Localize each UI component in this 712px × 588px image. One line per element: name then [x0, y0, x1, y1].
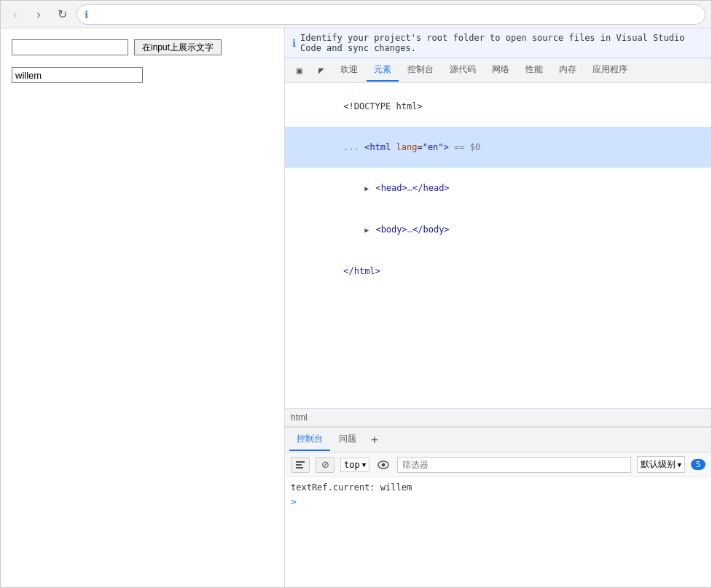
tab-application[interactable]: 应用程序 — [585, 59, 635, 82]
svg-rect-1 — [296, 464, 302, 466]
console-tab-console[interactable]: 控制台 — [289, 428, 330, 451]
svg-point-4 — [382, 463, 386, 466]
html-line-doctype: <!DOCTYPE html> — [285, 86, 711, 127]
console-area: 控制台 问题 + ⊘ — [285, 427, 711, 587]
svg-rect-0 — [296, 461, 305, 463]
html-line-head[interactable]: ▶ <head>…</head> — [285, 168, 711, 209]
dropdown-arrow-icon: ▼ — [362, 461, 366, 469]
devtools-breadcrumb: html — [285, 408, 711, 427]
html-line-html-close: </html> — [285, 251, 711, 291]
svg-rect-2 — [296, 467, 303, 469]
breadcrumb-text[interactable]: html — [291, 412, 308, 423]
console-output: textRef.current: willem > — [285, 477, 711, 587]
address-bar: ℹ localhost:3000 — [77, 4, 705, 25]
elements-panel: <!DOCTYPE html> ... <html lang="en"> == … — [285, 83, 711, 408]
console-toolbar: ⊘ top ▼ 默认级别 ▼ — [285, 452, 711, 477]
tab-performance[interactable]: 性能 — [518, 59, 550, 82]
infobar-text: Identify your project's root folder to o… — [300, 33, 704, 53]
browser-window: ‹ › ↻ ℹ localhost:3000 在input上展示文字 ℹ Ide… — [0, 0, 712, 588]
tab-memory[interactable]: 内存 — [552, 59, 584, 82]
clear-console-button[interactable] — [291, 457, 310, 473]
log-level-selector[interactable]: 默认级别 ▼ — [637, 456, 685, 473]
tab-network[interactable]: 网络 — [485, 59, 517, 82]
device-icon[interactable]: ◤ — [311, 60, 332, 81]
back-button[interactable]: ‹ — [7, 6, 24, 23]
infobar-icon: ℹ — [292, 37, 296, 49]
tab-welcome[interactable]: 欢迎 — [333, 59, 365, 82]
add-tab-button[interactable]: + — [365, 430, 384, 450]
devtools-top-tabs: ▣ ◤ 欢迎 元素 控制台 源代码 网络 性能 内存 应用程序 — [285, 58, 711, 83]
html-line-body[interactable]: ▶ <body>…</body> — [285, 209, 711, 251]
level-label: 默认级别 — [641, 458, 676, 471]
tab-elements[interactable]: 元素 — [367, 59, 399, 82]
forward-button[interactable]: › — [30, 6, 47, 23]
html-line-html[interactable]: ... <html lang="en"> == $0 — [285, 127, 711, 168]
level-dropdown-icon: ▼ — [678, 461, 681, 469]
top-frame-selector[interactable]: top ▼ — [340, 458, 369, 472]
console-tab-issues[interactable]: 问题 — [332, 428, 364, 451]
no-entry-icon: ⊘ — [321, 459, 329, 470]
eye-icon — [377, 460, 389, 469]
tab-sources[interactable]: 源代码 — [442, 59, 483, 82]
console-badge: 5 — [691, 459, 705, 470]
reload-button[interactable]: ↻ — [53, 6, 71, 23]
filter-input[interactable] — [397, 457, 630, 473]
devtools-infobar: ℹ Identify your project's root folder to… — [285, 28, 711, 58]
console-tabs: 控制台 问题 + — [285, 428, 711, 452]
tab-console[interactable]: 控制台 — [400, 59, 441, 82]
page-area: 在input上展示文字 — [1, 28, 285, 587]
no-entry-button[interactable]: ⊘ — [316, 457, 335, 473]
page-text-input[interactable] — [12, 39, 128, 55]
display-input[interactable] — [12, 67, 143, 83]
show-in-input-button[interactable]: 在input上展示文字 — [134, 39, 222, 55]
address-input[interactable]: localhost:3000 — [93, 9, 697, 20]
inspect-icon[interactable]: ▣ — [289, 60, 310, 81]
clear-icon — [295, 460, 305, 470]
browser-toolbar: ‹ › ↻ ℹ localhost:3000 — [1, 1, 711, 28]
console-output-line: textRef.current: willem — [291, 480, 705, 495]
console-prompt[interactable]: > — [291, 495, 705, 509]
eye-button[interactable] — [375, 457, 391, 473]
page-controls: 在input上展示文字 — [12, 39, 273, 55]
security-icon: ℹ — [85, 9, 88, 20]
top-label: top — [344, 460, 360, 470]
devtools-panel: ℹ Identify your project's root folder to… — [285, 28, 711, 587]
main-content: 在input上展示文字 ℹ Identify your project's ro… — [1, 28, 711, 587]
